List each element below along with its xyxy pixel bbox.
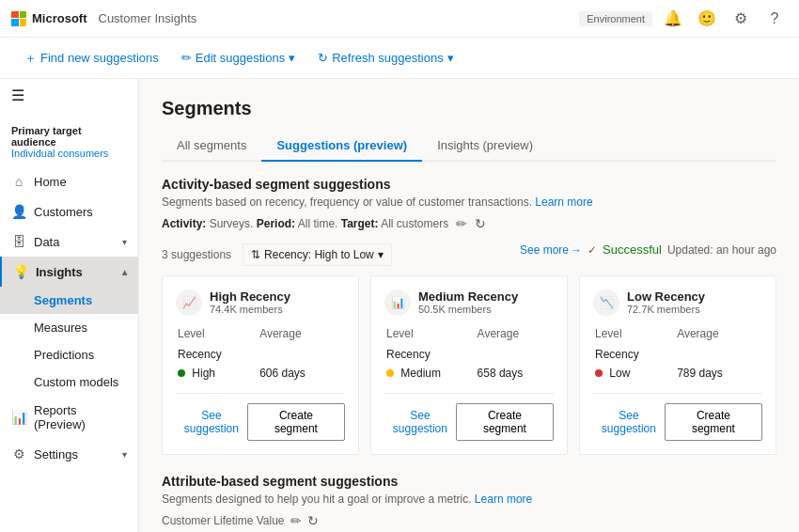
sidebar-item-label: Data — [34, 235, 122, 249]
reports-icon: 📊 — [11, 410, 26, 425]
card-actions: See suggestion Create segment — [593, 393, 762, 441]
metric-label: Customer Lifetime Value — [162, 514, 285, 527]
sidebar-item-settings[interactable]: ⚙ Settings ▾ — [0, 439, 138, 469]
page-title: Segments — [162, 98, 776, 119]
sidebar-item-label: Home — [34, 175, 127, 189]
see-suggestion-button[interactable]: See suggestion — [593, 409, 665, 435]
card-table: Level Average Recency Low 78 — [593, 325, 762, 383]
activity-sort-button[interactable]: ⇅ Recency: High to Low ▾ — [243, 243, 392, 266]
chevron-down-icon-refresh: ▾ — [447, 51, 454, 65]
card-table: Level Average Recency High 6 — [176, 325, 345, 383]
brand-name: Microsoft — [32, 11, 87, 25]
card-title: Medium Recency — [418, 289, 518, 304]
sidebar-item-label: Reports (Preview) — [34, 403, 127, 431]
sidebar-item-customers[interactable]: 👤 Customers — [0, 196, 138, 227]
metric-label: Recency — [386, 346, 476, 363]
activity-section-title: Activity-based segment suggestions — [162, 177, 776, 192]
sidebar-item-segments[interactable]: Segments — [0, 287, 138, 314]
filter-refresh-icon[interactable]: ↻ — [475, 216, 486, 231]
find-suggestions-button[interactable]: ＋ Find new suggestions — [15, 44, 168, 72]
hamburger-button[interactable]: ☰ — [0, 79, 138, 112]
sidebar-item-insights[interactable]: 💡 Insights ▴ — [0, 257, 138, 287]
card-header: 📊 Medium Recency 50.5K members — [384, 289, 554, 316]
chevron-down-icon: ▾ — [122, 449, 127, 460]
average-header: Average — [677, 327, 760, 344]
refresh-suggestions-button[interactable]: ↻ Refresh suggestions ▾ — [308, 45, 463, 70]
metric-refresh-icon[interactable]: ↻ — [307, 513, 319, 528]
home-icon: ⌂ — [11, 174, 26, 189]
card-icon: 📈 — [176, 289, 202, 316]
activity-status-icon: ✓ — [588, 243, 597, 257]
app-layout: ☰ Primary target audience Individual con… — [0, 79, 799, 532]
activity-count: 3 suggestions — [162, 248, 231, 261]
activity-learn-more-link[interactable]: Learn more — [535, 196, 592, 209]
activity-filter-text: Activity: Surveys. Period: All time. Tar… — [162, 217, 448, 230]
chevron-down-sort-icon: ▾ — [378, 248, 384, 261]
level-value: High — [178, 365, 258, 382]
feedback-icon[interactable]: 🙂 — [694, 6, 720, 32]
sidebar-item-home[interactable]: ⌂ Home — [0, 166, 138, 196]
medium-recency-card: 📊 Medium Recency 50.5K members Level Ave… — [370, 275, 568, 455]
app-name: Customer Insights — [99, 11, 197, 25]
chevron-down-icon: ▾ — [122, 237, 127, 247]
measures-label: Measures — [34, 321, 87, 335]
sidebar-item-measures[interactable]: Measures — [0, 314, 138, 341]
custom-models-label: Custom models — [34, 375, 118, 389]
activity-see-more-button[interactable]: See more → — [520, 243, 582, 257]
settings-icon: ⚙ — [11, 446, 26, 462]
level-header: Level — [178, 327, 258, 344]
segments-label: Segments — [34, 293, 92, 307]
see-suggestion-button[interactable]: See suggestion — [176, 409, 247, 435]
settings-top-icon[interactable]: ⚙ — [728, 6, 754, 32]
sidebar: ☰ Primary target audience Individual con… — [0, 79, 139, 532]
predictions-label: Predictions — [34, 348, 94, 362]
create-segment-button[interactable]: Create segment — [456, 403, 554, 441]
attr-section-title: Attribute-based segment suggestions — [162, 474, 776, 489]
attribute-section: Attribute-based segment suggestions Segm… — [162, 474, 776, 532]
card-members: 72.7K members — [627, 304, 705, 315]
data-icon: 🗄 — [11, 234, 26, 249]
filter-edit-icon[interactable]: ✏ — [456, 216, 467, 231]
attr-metric-row: Customer Lifetime Value ✏ ↻ — [162, 513, 776, 528]
edit-suggestions-button[interactable]: ✏ Edit suggestions ▾ — [172, 45, 305, 70]
customers-icon: 👤 — [11, 204, 26, 219]
level-value: Low — [595, 365, 675, 382]
notification-icon[interactable]: 🔔 — [660, 6, 686, 32]
chevron-down-icon: ▾ — [289, 51, 295, 65]
tab-all-segments[interactable]: All segments — [162, 131, 261, 162]
sidebar-item-label: Customers — [34, 205, 127, 219]
activity-row-controls: 3 suggestions ⇅ Recency: High to Low ▾ S… — [162, 243, 776, 266]
insights-icon: 💡 — [13, 264, 28, 279]
sidebar-item-predictions[interactable]: Predictions — [0, 341, 138, 368]
card-title: Low Recency — [627, 289, 705, 304]
high-recency-card: 📈 High Recency 74.4K members Level Avera… — [162, 275, 359, 455]
card-actions: See suggestion Create segment — [384, 393, 554, 441]
sidebar-item-reports[interactable]: 📊 Reports (Preview) — [0, 396, 138, 439]
create-segment-button[interactable]: Create segment — [247, 403, 345, 441]
attr-section-desc: Segments designed to help you hit a goal… — [162, 493, 776, 506]
target-audience-label: Primary target audience — [11, 125, 127, 148]
low-recency-card: 📉 Low Recency 72.7K members Level Averag… — [579, 275, 776, 455]
activity-cards-grid: 📈 High Recency 74.4K members Level Avera… — [162, 275, 776, 455]
metric-edit-icon[interactable]: ✏ — [290, 513, 302, 528]
attr-learn-more-link[interactable]: Learn more — [475, 493, 532, 506]
level-value: Medium — [386, 365, 476, 382]
pencil-icon: ✏ — [181, 51, 192, 65]
card-members: 74.4K members — [210, 304, 290, 315]
audience-subtitle[interactable]: Individual consumers — [11, 148, 127, 159]
sidebar-item-custom-models[interactable]: Custom models — [0, 368, 138, 396]
average-value: 658 days — [478, 365, 552, 382]
plus-icon: ＋ — [24, 50, 37, 67]
card-members: 50.5K members — [418, 304, 518, 315]
tab-suggestions[interactable]: Suggestions (preview) — [261, 131, 422, 162]
see-suggestion-button[interactable]: See suggestion — [384, 409, 456, 435]
chevron-up-icon: ▴ — [122, 267, 127, 277]
main-content: Segments All segments Suggestions (previ… — [139, 79, 799, 532]
average-value: 789 days — [677, 365, 760, 382]
help-icon[interactable]: ? — [761, 6, 788, 32]
sidebar-item-data[interactable]: 🗄 Data ▾ — [0, 227, 138, 257]
metric-label: Recency — [178, 346, 258, 363]
card-icon: 📊 — [384, 289, 411, 316]
tab-insights[interactable]: Insights (preview) — [422, 131, 548, 162]
create-segment-button[interactable]: Create segment — [665, 403, 762, 441]
